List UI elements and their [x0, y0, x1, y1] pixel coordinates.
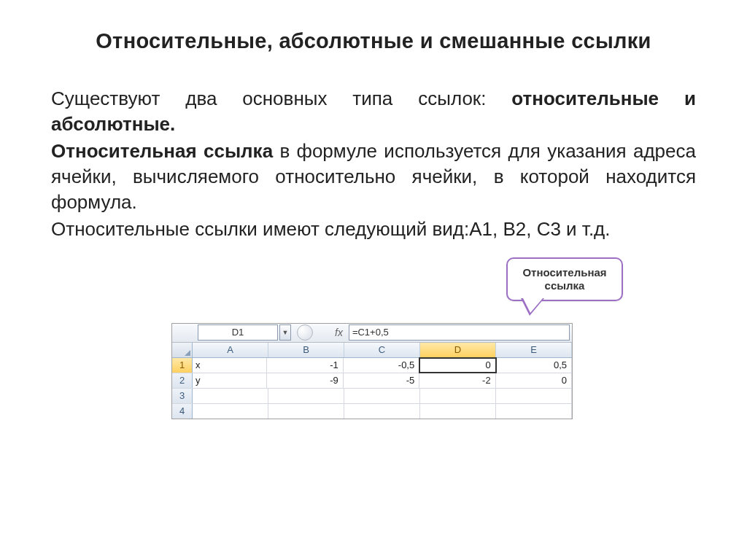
- figure-area: Относительная ссылка D1 ▼ fx =C1+0,5 A B…: [51, 272, 696, 440]
- callout-line2: ссылка: [514, 279, 616, 292]
- cell-D3[interactable]: [420, 389, 496, 403]
- cell-E1[interactable]: 0,5: [496, 358, 572, 373]
- paragraph-3: Относительные ссылки имеют следующий вид…: [51, 217, 696, 242]
- sheet-grid: A B C D E 1 x -1 -0,5 0 0,5 2 y -9 -5 -2…: [172, 343, 572, 419]
- body-text: Существуют два основных типа ссылок: отн…: [51, 86, 696, 243]
- row-header-2[interactable]: 2: [172, 373, 193, 388]
- col-header-E[interactable]: E: [496, 343, 572, 357]
- callout-tail-inner-icon: [523, 298, 543, 313]
- paragraph-1: Существуют два основных типа ссылок: отн…: [51, 86, 696, 137]
- formula-input[interactable]: =C1+0,5: [349, 324, 570, 341]
- col-header-D[interactable]: D: [420, 343, 496, 358]
- col-header-B[interactable]: B: [268, 343, 344, 357]
- row-header-1[interactable]: 1: [172, 358, 193, 373]
- p1-text-a: Существуют два основных типа ссылок:: [51, 88, 511, 109]
- column-header-row: A B C D E: [172, 343, 572, 358]
- paragraph-2: Относительная ссылка в формуле используе…: [51, 139, 696, 215]
- cell-A2[interactable]: y: [193, 373, 267, 388]
- cell-C3[interactable]: [344, 389, 420, 403]
- name-box-dropdown-icon[interactable]: ▼: [279, 324, 291, 341]
- row-2: 2 y -9 -5 -2 0: [172, 373, 572, 389]
- name-box[interactable]: D1: [198, 324, 278, 341]
- fx-icon[interactable]: fx: [335, 327, 343, 338]
- col-header-C[interactable]: C: [344, 343, 420, 357]
- cell-C2[interactable]: -5: [344, 373, 419, 388]
- slide-title: Относительные, абсолютные и смешанные сс…: [51, 29, 696, 53]
- row-4: 4: [172, 404, 572, 419]
- cell-B3[interactable]: [268, 389, 344, 403]
- cell-C4[interactable]: [344, 404, 420, 419]
- cell-E2[interactable]: 0: [496, 373, 572, 388]
- cell-D1[interactable]: 0: [419, 358, 495, 373]
- row-1: 1 x -1 -0,5 0 0,5: [172, 358, 572, 373]
- callout-box: Относительная ссылка: [506, 257, 623, 301]
- cell-C1[interactable]: -0,5: [344, 358, 419, 373]
- cell-E4[interactable]: [496, 404, 572, 419]
- formula-bar: D1 ▼ fx =C1+0,5: [172, 324, 572, 343]
- cell-A1[interactable]: x: [193, 358, 267, 373]
- excel-screenshot: D1 ▼ fx =C1+0,5 A B C D E 1 x -1 -0,5 0 …: [171, 323, 573, 419]
- select-all-corner[interactable]: [172, 343, 193, 357]
- cell-A4[interactable]: [193, 404, 268, 419]
- cell-E3[interactable]: [496, 389, 572, 403]
- callout-line1: Относительная: [514, 266, 616, 279]
- cell-D2[interactable]: -2: [419, 373, 495, 388]
- cell-B2[interactable]: -9: [267, 373, 343, 388]
- p2-text-a: Относительная ссылка: [51, 140, 273, 162]
- row-3: 3: [172, 389, 572, 404]
- cell-B4[interactable]: [268, 404, 344, 419]
- col-header-A[interactable]: A: [193, 343, 268, 357]
- row-header-3[interactable]: 3: [172, 389, 193, 403]
- cancel-edit-button[interactable]: [297, 324, 313, 341]
- cell-B1[interactable]: -1: [267, 358, 343, 373]
- cell-D4[interactable]: [420, 404, 496, 419]
- row-header-4[interactable]: 4: [172, 404, 193, 419]
- cell-A3[interactable]: [193, 389, 268, 403]
